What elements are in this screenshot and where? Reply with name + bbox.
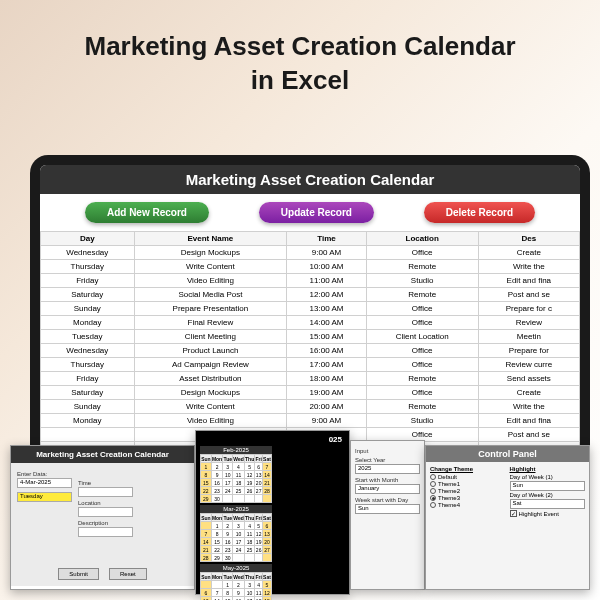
location-field[interactable] <box>78 507 133 517</box>
theme-option[interactable]: Default <box>430 474 506 480</box>
mini-calendar[interactable]: May-2025SunMonTueWedThuFriSat12345678910… <box>200 564 272 600</box>
cell-event: Asset Distribution <box>134 372 287 386</box>
theme-option[interactable]: Theme3 <box>430 495 506 501</box>
cell-loc: Office <box>366 246 478 260</box>
table-row[interactable]: ThursdayAd Campaign Review17:00 AMOffice… <box>41 358 580 372</box>
cell-day: Friday <box>41 372 135 386</box>
radio-icon <box>430 488 436 494</box>
cell-des: Post and se <box>478 288 579 302</box>
submit-button[interactable]: Submit <box>58 568 99 580</box>
cell-time: 18:00 AM <box>287 372 366 386</box>
cell-des: Write the <box>478 400 579 414</box>
table-row[interactable]: WednesdayProduct Launch16:00 AMOfficePre… <box>41 344 580 358</box>
radio-icon <box>430 495 436 501</box>
cell-time: 10:00 AM <box>287 260 366 274</box>
highlight-event-label: Highlight Event <box>519 511 559 517</box>
cell-event: Ad Campaign Review <box>134 358 287 372</box>
hero-line1: Marketing Asset Creation Calendar <box>84 31 515 61</box>
reset-button[interactable]: Reset <box>109 568 147 580</box>
cell-des: Post and se <box>478 428 579 442</box>
change-theme-heading: Change Theme <box>430 466 506 472</box>
cell-event: Social Media Post <box>134 288 287 302</box>
side-input-panel: Input Select Year 2025 Start with Month … <box>350 440 425 590</box>
table-header-row: Day Event Name Time Location Des <box>41 232 580 246</box>
cell-loc: Office <box>366 358 478 372</box>
location-label: Location <box>78 500 135 506</box>
week-start-dropdown[interactable]: Sun <box>355 504 420 514</box>
date-field[interactable]: 4-Mar-2025 <box>17 478 72 488</box>
table-row[interactable]: MondayFinal Review14:00 AMOfficeReview <box>41 316 580 330</box>
dow2-dropdown[interactable]: Sat <box>510 499 586 509</box>
start-month-label: Start with Month <box>355 477 420 483</box>
day-field[interactable]: Tuesday <box>17 492 72 502</box>
delete-record-button[interactable]: Delete Record <box>424 202 535 223</box>
hero-line2: in Excel <box>251 65 349 95</box>
radio-icon <box>430 502 436 508</box>
cell-time: 17:00 AM <box>287 358 366 372</box>
highlight-event-checkbox[interactable]: ✓ Highlight Event <box>510 510 586 517</box>
table-row[interactable]: FridayVideo Editing11:00 AMStudioEdit an… <box>41 274 580 288</box>
desc-field[interactable] <box>78 527 133 537</box>
cell-day: Saturday <box>41 288 135 302</box>
cell-des: Prepare for c <box>478 302 579 316</box>
mini-calendar[interactable]: Mar-2025SunMonTueWedThuFriSat12345678910… <box>200 505 272 562</box>
cell-des: Edit and fina <box>478 414 579 428</box>
form-title: Marketing Asset Creation Calendar <box>11 446 194 463</box>
radio-icon <box>430 474 436 480</box>
dow2-label: Day of Week (2) <box>510 492 586 498</box>
table-row[interactable]: FridayAsset Distribution18:00 AMRemoteSe… <box>41 372 580 386</box>
radio-icon <box>430 481 436 487</box>
table-row[interactable]: SundayPrepare Presentation13:00 AMOffice… <box>41 302 580 316</box>
cell-day: Friday <box>41 274 135 288</box>
dow1-dropdown[interactable]: Sun <box>510 481 586 491</box>
hero-title: Marketing Asset Creation Calendar in Exc… <box>0 0 600 108</box>
select-year-dropdown[interactable]: 2025 <box>355 464 420 474</box>
table-row[interactable]: MondayVideo Editing9:00 AMStudioEdit and… <box>41 414 580 428</box>
week-start-label: Week start with Day <box>355 497 420 503</box>
table-row[interactable]: ThursdayWrite Content10:00 AMRemoteWrite… <box>41 260 580 274</box>
cell-loc: Remote <box>366 372 478 386</box>
cell-time: 16:00 AM <box>287 344 366 358</box>
checkbox-icon: ✓ <box>510 510 517 517</box>
cell-time: 13:00 AM <box>287 302 366 316</box>
theme-option[interactable]: Theme2 <box>430 488 506 494</box>
cell-day: Monday <box>41 316 135 330</box>
cell-event: Design Mockups <box>134 246 287 260</box>
col-des: Des <box>478 232 579 246</box>
cell-time: 12:00 AM <box>287 288 366 302</box>
cell-day: Thursday <box>41 260 135 274</box>
table-row[interactable]: SaturdaySocial Media Post12:00 AMRemoteP… <box>41 288 580 302</box>
cell-event: Write Content <box>134 400 287 414</box>
table-row[interactable]: SaturdayDesign Mockups19:00 AMOfficeCrea… <box>41 386 580 400</box>
cell-des: Send assets <box>478 372 579 386</box>
select-year-label: Select Year <box>355 457 420 463</box>
cell-des: Review curre <box>478 358 579 372</box>
mini-calendar-panel: 025 Feb-2025SunMonTueWedThuFriSat1234567… <box>195 430 350 595</box>
cell-time: 14:00 AM <box>287 316 366 330</box>
cell-day: Thursday <box>41 358 135 372</box>
cell-day: Wednesday <box>41 246 135 260</box>
theme-option[interactable]: Theme1 <box>430 481 506 487</box>
mini-calendar[interactable]: Feb-2025SunMonTueWedThuFriSat12345678910… <box>200 446 272 503</box>
control-panel: Control Panel Change Theme DefaultTheme1… <box>425 445 590 590</box>
update-record-button[interactable]: Update Record <box>259 202 374 223</box>
add-record-button[interactable]: Add New Record <box>85 202 209 223</box>
cell-day: Saturday <box>41 386 135 400</box>
cell-loc: Studio <box>366 274 478 288</box>
cell-des: Write the <box>478 260 579 274</box>
table-row[interactable]: WednesdayDesign Mockups9:00 AMOfficeCrea… <box>41 246 580 260</box>
action-buttons: Add New Record Update Record Delete Reco… <box>40 194 580 231</box>
highlight-heading: Highlight <box>510 466 586 472</box>
time-field[interactable] <box>78 487 133 497</box>
table-row[interactable]: SundayWrite Content20:00 AMRemoteWrite t… <box>41 400 580 414</box>
cell-day: Tuesday <box>41 330 135 344</box>
cell-event: Video Editing <box>134 274 287 288</box>
col-event: Event Name <box>134 232 287 246</box>
cell-time: 19:00 AM <box>287 386 366 400</box>
cell-day: Sunday <box>41 400 135 414</box>
cell-des: Prepare for <box>478 344 579 358</box>
table-row[interactable]: TuesdayClient Meeting15:00 AMClient Loca… <box>41 330 580 344</box>
cell-des: Review <box>478 316 579 330</box>
start-month-dropdown[interactable]: January <box>355 484 420 494</box>
theme-option[interactable]: Theme4 <box>430 502 506 508</box>
